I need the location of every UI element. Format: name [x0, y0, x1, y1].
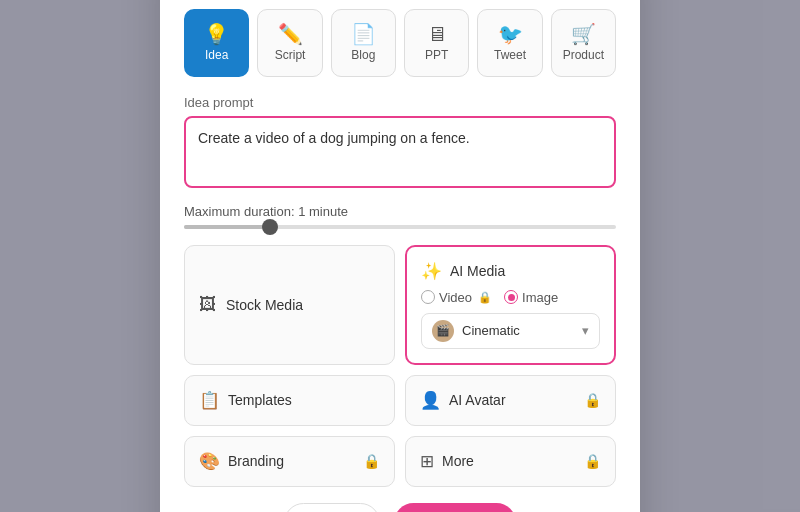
branding-card[interactable]: 🎨 Branding 🔒: [184, 436, 395, 487]
style-dropdown[interactable]: 🎬 Cinematic ▾: [421, 313, 600, 349]
branding-icon: 🎨: [199, 451, 220, 472]
ai-avatar-label: AI Avatar: [449, 392, 506, 408]
ai-avatar-icon: 👤: [420, 390, 441, 411]
tab-idea[interactable]: 💡 Idea: [184, 9, 249, 77]
stock-media-icon: 🖼: [199, 295, 216, 315]
ai-media-label: AI Media: [450, 263, 505, 279]
blog-icon: 📄: [351, 24, 376, 44]
templates-card[interactable]: 📋 Templates: [184, 375, 395, 426]
close-button[interactable]: Close: [284, 503, 380, 513]
submit-button[interactable]: ✓ Submit: [394, 503, 516, 513]
ai-media-header: ✨ AI Media: [421, 261, 600, 282]
tab-blog-label: Blog: [351, 48, 375, 62]
product-icon: 🛒: [571, 24, 596, 44]
bottom-grid: 📋 Templates 👤 AI Avatar 🔒 🎨 Branding 🔒: [184, 375, 616, 487]
modal-overlay: Magic Create 💡 Idea ✏️ Script 📄 Blog 🖥 P…: [0, 0, 800, 512]
slider-fill: [184, 225, 270, 229]
tab-script[interactable]: ✏️ Script: [257, 9, 322, 77]
video-radio[interactable]: Video 🔒: [421, 290, 492, 305]
ai-media-radio-group: Video 🔒 Image: [421, 290, 600, 305]
video-radio-label: Video: [439, 290, 472, 305]
more-lock-icon: 🔒: [584, 453, 601, 469]
video-lock-icon: 🔒: [478, 291, 492, 304]
tweet-icon: 🐦: [498, 24, 523, 44]
ai-avatar-card[interactable]: 👤 AI Avatar 🔒: [405, 375, 616, 426]
tab-script-label: Script: [275, 48, 306, 62]
tab-ppt[interactable]: 🖥 PPT: [404, 9, 469, 77]
script-icon: ✏️: [278, 24, 303, 44]
templates-icon: 📋: [199, 390, 220, 411]
image-radio[interactable]: Image: [504, 290, 558, 305]
footer-buttons: Close ✓ Submit: [184, 503, 616, 513]
branding-label: Branding: [228, 453, 284, 469]
image-radio-dot: [508, 294, 515, 301]
idea-icon: 💡: [204, 24, 229, 44]
more-left: ⊞ More: [420, 451, 474, 472]
video-radio-circle: [421, 290, 435, 304]
ai-media-icon: ✨: [421, 261, 442, 282]
duration-label: Maximum duration: 1 minute: [184, 204, 616, 219]
tab-tweet-label: Tweet: [494, 48, 526, 62]
tab-ppt-label: PPT: [425, 48, 448, 62]
more-icon: ⊞: [420, 451, 434, 472]
duration-slider-track[interactable]: [184, 225, 616, 229]
magic-create-modal: Magic Create 💡 Idea ✏️ Script 📄 Blog 🖥 P…: [160, 0, 640, 512]
tab-product[interactable]: 🛒 Product: [551, 9, 616, 77]
templates-label: Templates: [228, 392, 292, 408]
style-label: Cinematic: [462, 323, 520, 338]
chevron-down-icon: ▾: [582, 323, 589, 338]
ai-avatar-lock-icon: 🔒: [584, 392, 601, 408]
tab-product-label: Product: [563, 48, 604, 62]
idea-prompt-label: Idea prompt: [184, 95, 616, 110]
ppt-icon: 🖥: [427, 24, 447, 44]
tab-tweet[interactable]: 🐦 Tweet: [477, 9, 542, 77]
type-tabs: 💡 Idea ✏️ Script 📄 Blog 🖥 PPT 🐦 Tweet 🛒: [184, 9, 616, 77]
more-card[interactable]: ⊞ More 🔒: [405, 436, 616, 487]
media-grid: 🖼 Stock Media ✨ AI Media Video 🔒: [184, 245, 616, 365]
ai-media-card[interactable]: ✨ AI Media Video 🔒 Ima: [405, 245, 616, 365]
ai-media-inner: ✨ AI Media Video 🔒 Ima: [421, 261, 600, 349]
templates-left: 📋 Templates: [199, 390, 292, 411]
idea-prompt-input[interactable]: Create a video of a dog jumping on a fen…: [184, 116, 616, 188]
image-radio-circle: [504, 290, 518, 304]
branding-lock-icon: 🔒: [363, 453, 380, 469]
stock-media-label: Stock Media: [226, 297, 303, 313]
slider-thumb[interactable]: [262, 219, 278, 235]
tab-idea-label: Idea: [205, 48, 228, 62]
more-label: More: [442, 453, 474, 469]
image-radio-label: Image: [522, 290, 558, 305]
tab-blog[interactable]: 📄 Blog: [331, 9, 396, 77]
ai-avatar-left: 👤 AI Avatar: [420, 390, 506, 411]
style-avatar: 🎬: [432, 320, 454, 342]
branding-left: 🎨 Branding: [199, 451, 284, 472]
stock-media-card[interactable]: 🖼 Stock Media: [184, 245, 395, 365]
